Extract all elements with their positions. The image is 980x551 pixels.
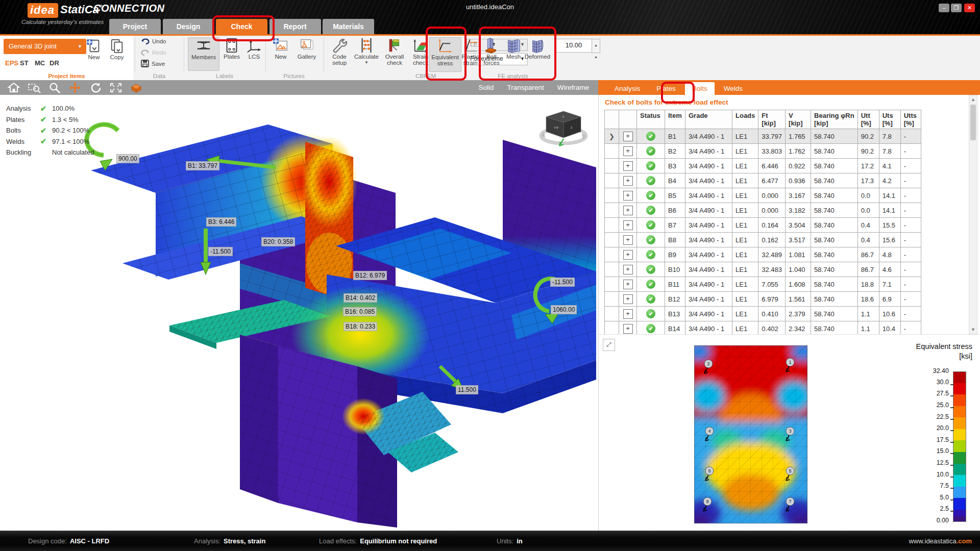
website-link[interactable]: www.ideastatica.com bbox=[909, 537, 972, 545]
mode-mc[interactable]: MC bbox=[35, 59, 45, 67]
zoom-fit-icon[interactable] bbox=[109, 82, 122, 93]
table-scrollbar[interactable]: ▲ ▼ bbox=[969, 95, 977, 334]
deformed-button[interactable]: Deformed bbox=[525, 37, 550, 71]
rotate-icon[interactable] bbox=[89, 82, 102, 93]
scrollbar-down-icon[interactable]: ▼ bbox=[969, 327, 977, 332]
code-setup-button[interactable]: Code setup bbox=[327, 37, 352, 70]
tab-report[interactable]: Report bbox=[270, 19, 321, 34]
bolt-row-B3[interactable]: +✔B33/4 A490 - 1LE16.4460.92258.74017.24… bbox=[605, 159, 921, 173]
expand-row-button[interactable]: + bbox=[623, 294, 633, 304]
view-mode-wireframe[interactable]: Wireframe bbox=[557, 84, 589, 91]
members-toggle-button[interactable]: Members bbox=[188, 37, 219, 71]
undo-button[interactable]: Undo bbox=[141, 37, 166, 45]
scrollbar-thumb[interactable] bbox=[970, 105, 976, 140]
save-button[interactable]: Save bbox=[141, 60, 165, 67]
column-header[interactable] bbox=[619, 110, 637, 129]
column-header[interactable]: Utt[%] bbox=[857, 110, 879, 129]
bolt-row-B11[interactable]: +✔B113/4 A490 - 1LE17.0551.60858.74018.8… bbox=[605, 277, 921, 292]
expand-row-button[interactable]: + bbox=[623, 206, 633, 215]
minimize-button[interactable]: – bbox=[939, 4, 949, 12]
tab-project[interactable]: Project bbox=[109, 19, 161, 34]
column-header[interactable] bbox=[605, 110, 619, 129]
bolt-check-table[interactable]: StatusItemGradeLoadsFt[kip]V[kip]Bearing… bbox=[604, 110, 921, 334]
navigation-cube[interactable]: +Y z x bbox=[539, 107, 588, 149]
mesh-button[interactable]: Mesh bbox=[503, 37, 524, 71]
spinner-up-icon[interactable]: ▲ bbox=[594, 39, 598, 52]
view-mode-solid[interactable]: Solid bbox=[478, 84, 494, 91]
result-tab-plates[interactable]: Plates bbox=[649, 82, 683, 95]
mode-eps[interactable]: EPS bbox=[5, 59, 18, 67]
redo-button[interactable]: Redo bbox=[141, 48, 166, 56]
pan-icon[interactable] bbox=[68, 82, 82, 93]
expand-row-button[interactable]: + bbox=[623, 250, 633, 260]
result-tab-analysis[interactable]: Analysis bbox=[607, 82, 647, 95]
new-project-button[interactable]: New bbox=[83, 38, 105, 60]
column-header[interactable]: V[kip] bbox=[786, 110, 811, 129]
expand-row-button[interactable]: + bbox=[623, 265, 633, 274]
result-tab-bolts[interactable]: Bolts bbox=[685, 82, 715, 95]
bolt-row-B4[interactable]: +✔B43/4 A490 - 1LE16.4770.93658.74017.34… bbox=[605, 173, 921, 188]
zoom-icon[interactable] bbox=[48, 82, 61, 93]
bolt-row-B12[interactable]: +✔B123/4 A490 - 1LE16.9791.56158.74018.6… bbox=[605, 292, 921, 307]
expand-row-button[interactable]: + bbox=[623, 176, 633, 186]
column-header[interactable]: Uts[%] bbox=[879, 110, 900, 129]
overall-check-button[interactable]: Overall check bbox=[382, 37, 407, 70]
column-header[interactable]: Bearing φRn[kip] bbox=[811, 110, 858, 129]
bolt-row-B5[interactable]: +✔B53/4 A490 - 1LE10.0003.16758.7400.014… bbox=[605, 188, 921, 203]
column-header[interactable]: Utts[%] bbox=[900, 110, 921, 129]
column-header[interactable]: Loads bbox=[732, 110, 758, 129]
view-mode-transparent[interactable]: Transparent bbox=[507, 84, 544, 91]
column-header[interactable]: Grade bbox=[685, 110, 732, 129]
equivalent-stress-button[interactable]: Equivalent stress bbox=[429, 37, 461, 72]
bolt-row-B2[interactable]: +✔B23/4 A490 - 1LE133.8031.76258.74090.2… bbox=[605, 144, 921, 159]
picture-new-button[interactable]: New bbox=[270, 37, 292, 70]
deformed-scale-spinner[interactable]: 10.00 ▲ ▼ bbox=[555, 39, 593, 53]
bolt-row-B13[interactable]: +✔B133/4 A490 - 1LE10.4102.37958.7401.11… bbox=[605, 307, 921, 321]
tab-design[interactable]: Design bbox=[163, 19, 214, 34]
calculate-button[interactable]: Calculate ▼ bbox=[353, 37, 380, 70]
maximize-button[interactable]: ❐ bbox=[951, 4, 962, 12]
gallery-button[interactable]: Gallery bbox=[293, 37, 321, 70]
table-cell: 3.504 bbox=[786, 218, 811, 233]
bolt-row-B7[interactable]: +✔B73/4 A490 - 1LE10.1643.50458.7400.415… bbox=[605, 218, 921, 233]
tab-check[interactable]: Check bbox=[216, 19, 267, 34]
column-header[interactable]: Ft[kip] bbox=[758, 110, 786, 129]
tab-materials[interactable]: Materials bbox=[323, 19, 374, 34]
plates-toggle-button[interactable]: Plates bbox=[220, 37, 243, 70]
scrollbar-up-icon[interactable]: ▲ bbox=[969, 97, 977, 102]
expand-row-button[interactable]: + bbox=[623, 220, 633, 230]
spinner-arrows[interactable]: ▲ ▼ bbox=[592, 39, 600, 53]
bolt-forces-button[interactable]: Bolt forces bbox=[481, 37, 502, 71]
close-button[interactable]: ✕ bbox=[964, 4, 975, 12]
lcs-toggle-button[interactable]: LCS bbox=[244, 37, 264, 70]
column-header[interactable]: Item bbox=[665, 110, 685, 129]
mode-dr[interactable]: DR bbox=[50, 59, 59, 67]
expand-row-button[interactable]: + bbox=[623, 161, 633, 171]
expand-row-button[interactable]: + bbox=[623, 235, 633, 245]
bolt-row-B10[interactable]: +✔B103/4 A490 - 1LE132.4831.04058.74086.… bbox=[605, 262, 921, 277]
expand-row-button[interactable]: + bbox=[623, 309, 633, 319]
zoom-window-icon[interactable] bbox=[28, 82, 41, 93]
expand-row-button[interactable]: + bbox=[623, 132, 633, 141]
plastic-strain-button[interactable]: Plastic strain bbox=[461, 37, 480, 71]
bolt-row-B6[interactable]: +✔B63/4 A490 - 1LE10.0003.18258.7400.014… bbox=[605, 203, 921, 218]
bolt-row-B8[interactable]: +✔B83/4 A490 - 1LE10.1623.51758.7400.415… bbox=[605, 233, 921, 247]
bolt-row-B9[interactable]: +✔B93/4 A490 - 1LE132.4891.08158.74086.7… bbox=[605, 247, 921, 262]
expand-row-button[interactable]: + bbox=[623, 191, 633, 201]
expand-plot-button[interactable]: ⤢ bbox=[603, 339, 615, 351]
solid-view-icon[interactable] bbox=[130, 82, 143, 93]
spinner-down-icon[interactable]: ▼ bbox=[594, 52, 598, 64]
home-icon[interactable] bbox=[7, 82, 20, 93]
column-header[interactable]: Status bbox=[637, 110, 665, 129]
bolt-row-B14[interactable]: +✔B143/4 A490 - 1LE10.4022.34258.7401.11… bbox=[605, 321, 921, 335]
expand-row-button[interactable]: + bbox=[623, 324, 633, 334]
bolt-row-B1[interactable]: ❯+✔B13/4 A490 - 1LE133.7971.76558.74090.… bbox=[605, 129, 921, 144]
copy-project-button[interactable]: Copy bbox=[106, 38, 128, 60]
mode-st[interactable]: ST bbox=[20, 59, 29, 67]
expand-row-button[interactable]: + bbox=[623, 146, 633, 156]
expand-row-button[interactable]: + bbox=[623, 280, 633, 289]
calculate-dropdown-arrow[interactable]: ▼ bbox=[364, 60, 369, 66]
model-viewport[interactable]: Analysis✔100.0%Plates✔1.3 < 5%Bolts✔90.2… bbox=[0, 95, 598, 531]
joint-type-dropdown[interactable]: General 3D joint ▼ bbox=[4, 39, 86, 54]
result-tab-welds[interactable]: Welds bbox=[717, 82, 750, 95]
